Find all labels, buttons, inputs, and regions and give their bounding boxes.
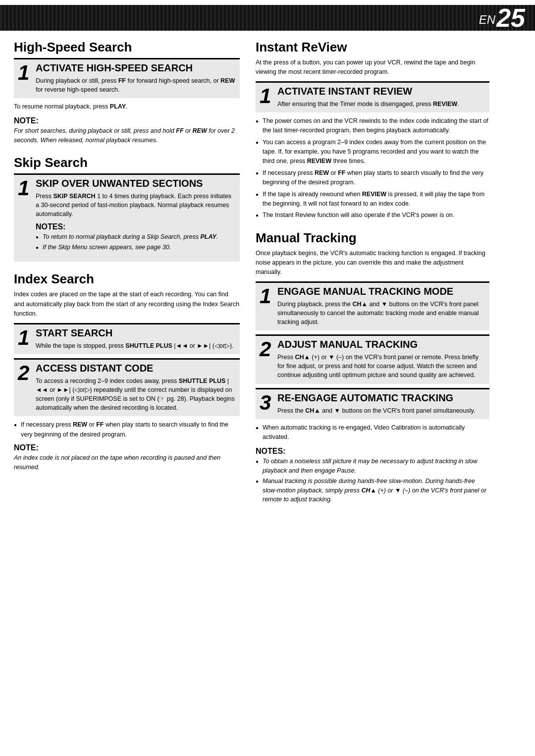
skip-search-section: Skip Search 1 SKIP OVER UNWANTED SECTION… xyxy=(14,155,240,262)
index-note-title: NOTE: xyxy=(14,443,240,452)
skip-notes-title: NOTES: xyxy=(36,222,236,231)
manual-step2-body: Press CH▲ (+) or ▼ (–) on the VCR's fron… xyxy=(277,353,485,379)
resume-text: To resume normal playback, press PLAY. xyxy=(14,102,240,111)
index-step2-body: To access a recording 2–9 index codes aw… xyxy=(36,377,236,413)
index-step-num-2: 2 xyxy=(18,363,32,383)
instant-step-num-1: 1 xyxy=(260,86,273,107)
skip-step1-header: SKIP OVER UNWANTED SECTIONS xyxy=(36,178,236,189)
manual-tracking-title: Manual Tracking xyxy=(256,230,489,246)
index-search-title: Index Search xyxy=(14,271,240,287)
skip-step1: 1 SKIP OVER UNWANTED SECTIONS Press SKIP… xyxy=(14,173,240,262)
manual-step-num-1: 1 xyxy=(260,286,273,307)
index-step-num-1: 1 xyxy=(18,327,32,348)
instant-step1-header: ACTIVATE INSTANT REVIEW xyxy=(277,86,485,97)
index-step2-content: ACCESS DISTANT CODE To access a recordin… xyxy=(36,363,236,413)
note-title: NOTE: xyxy=(14,116,240,125)
high-speed-search-section: High-Speed Search 1 ACTIVATE HIGH-SPEED … xyxy=(14,40,240,145)
top-bar: EN 25 xyxy=(0,5,535,31)
manual-bullet-item: When automatic tracking is re-engaged, V… xyxy=(256,423,489,442)
skip-notes: NOTES: To return to normal playback duri… xyxy=(36,222,236,252)
manual-step-num-2: 2 xyxy=(260,339,273,360)
skip-step1-body: Press SKIP SEARCH 1 to 4 times during pl… xyxy=(36,192,236,218)
manual-step3-body: Press the CH▲ and ▼ buttons on the VCR's… xyxy=(277,406,485,415)
manual-step1-body: During playback, press the CH▲ and ▼ but… xyxy=(277,300,485,326)
manual-step-num-3: 3 xyxy=(260,392,273,413)
skip-step-number-1: 1 xyxy=(18,178,32,199)
manual-step3-header: RE-ENGAGE AUTOMATIC TRACKING xyxy=(277,392,485,404)
index-step1-content: START SEARCH While the tape is stopped, … xyxy=(36,327,236,350)
skip-notes-list: To return to normal playback during a Sk… xyxy=(36,232,236,252)
instant-step1-content: ACTIVATE INSTANT REVIEW After ensuring t… xyxy=(277,86,485,108)
index-note-body: An index code is not placed on the tape … xyxy=(14,453,240,472)
columns: High-Speed Search 1 ACTIVATE HIGH-SPEED … xyxy=(0,40,535,514)
instant-bullet-item: You can access a program 2–9 index codes… xyxy=(256,138,489,166)
manual-step2-content: ADJUST MANUAL TRACKING Press CH▲ (+) or … xyxy=(277,339,485,379)
instant-review-intro: At the press of a button, you can power … xyxy=(256,58,489,77)
instant-review-section: Instant ReView At the press of a button,… xyxy=(256,40,489,220)
instant-step1-body: After ensuring that the Timer mode is di… xyxy=(277,100,485,108)
manual-tracking-section: Manual Tracking Once playback begins, th… xyxy=(256,230,489,505)
en-label: EN xyxy=(479,13,495,31)
manual-notes-title: NOTES: xyxy=(256,447,489,456)
instant-bullet-item: The power comes on and the VCR rewinds t… xyxy=(256,116,489,136)
index-step1-body: While the tape is stopped, press SHUTTLE… xyxy=(36,341,236,350)
step1-content: ACTIVATE HIGH-SPEED SEARCH During playba… xyxy=(36,62,236,94)
manual-step1: 1 ENGAGE MANUAL TRACKING MODE During pla… xyxy=(256,281,489,330)
index-bullet-item: If necessary press REW or FF when play s… xyxy=(14,420,240,439)
instant-review-title: Instant ReView xyxy=(256,40,489,55)
manual-note-item: To obtain a noiseless still picture it m… xyxy=(256,457,489,476)
manual-step1-header: ENGAGE MANUAL TRACKING MODE xyxy=(277,286,485,297)
left-column: High-Speed Search 1 ACTIVATE HIGH-SPEED … xyxy=(14,40,252,514)
page-number: 25 xyxy=(496,5,525,31)
index-bullet-list: If necessary press REW or FF when play s… xyxy=(14,420,240,439)
manual-step1-content: ENGAGE MANUAL TRACKING MODE During playb… xyxy=(277,286,485,326)
manual-step3-content: RE-ENGAGE AUTOMATIC TRACKING Press the C… xyxy=(277,392,485,415)
high-speed-search-title: High-Speed Search xyxy=(14,40,240,55)
skip-note-item: If the Skip Menu screen appears, see pag… xyxy=(36,243,236,252)
skip-note-item: To return to normal playback during a Sk… xyxy=(36,232,236,242)
manual-step2-header: ADJUST MANUAL TRACKING xyxy=(277,339,485,350)
step1-body: During playback or still, press FF for f… xyxy=(36,76,236,94)
index-step2: 2 ACCESS DISTANT CODE To access a record… xyxy=(14,358,240,417)
manual-bullet-list: When automatic tracking is re-engaged, V… xyxy=(256,423,489,442)
page-wrapper: EN 25 High-Speed Search 1 ACTIVATE HIGH-… xyxy=(0,0,535,756)
note-section: NOTE: For short searches, during playbac… xyxy=(14,116,240,145)
right-column: Instant ReView At the press of a button,… xyxy=(252,40,489,514)
step-number-1: 1 xyxy=(18,62,32,83)
instant-bullet-item: If necessary press REW or FF when play s… xyxy=(256,168,489,188)
skip-search-title: Skip Search xyxy=(14,155,240,170)
note-body: For short searches, during playback or s… xyxy=(14,126,240,145)
index-note: NOTE: An index code is not placed on the… xyxy=(14,443,240,472)
instant-bullet-item: The Instant Review function will also op… xyxy=(256,211,489,220)
manual-notes-list: To obtain a noiseless still picture it m… xyxy=(256,457,489,504)
instant-bullet-item: If the tape is already rewound when REVI… xyxy=(256,190,489,209)
index-step1-header: START SEARCH xyxy=(36,327,236,339)
manual-note-item: Manual tracking is possible during hands… xyxy=(256,477,489,504)
index-step2-header: ACCESS DISTANT CODE xyxy=(36,363,236,374)
skip-step1-content: SKIP OVER UNWANTED SECTIONS Press SKIP S… xyxy=(36,178,236,258)
manual-step2: 2 ADJUST MANUAL TRACKING Press CH▲ (+) o… xyxy=(256,334,489,383)
index-step1: 1 START SEARCH While the tape is stopped… xyxy=(14,323,240,354)
index-intro: Index codes are placed on the tape at th… xyxy=(14,290,240,319)
step1-header: ACTIVATE HIGH-SPEED SEARCH xyxy=(36,62,236,74)
manual-tracking-intro: Once playback begins, the VCR's automati… xyxy=(256,249,489,277)
index-search-section: Index Search Index codes are placed on t… xyxy=(14,271,240,472)
high-speed-step1: 1 ACTIVATE HIGH-SPEED SEARCH During play… xyxy=(14,58,240,98)
manual-notes: NOTES: To obtain a noiseless still pictu… xyxy=(256,447,489,504)
instant-step1: 1 ACTIVATE INSTANT REVIEW After ensuring… xyxy=(256,81,489,112)
instant-bullet-list: The power comes on and the VCR rewinds t… xyxy=(256,116,489,220)
manual-step3: 3 RE-ENGAGE AUTOMATIC TRACKING Press the… xyxy=(256,388,489,419)
